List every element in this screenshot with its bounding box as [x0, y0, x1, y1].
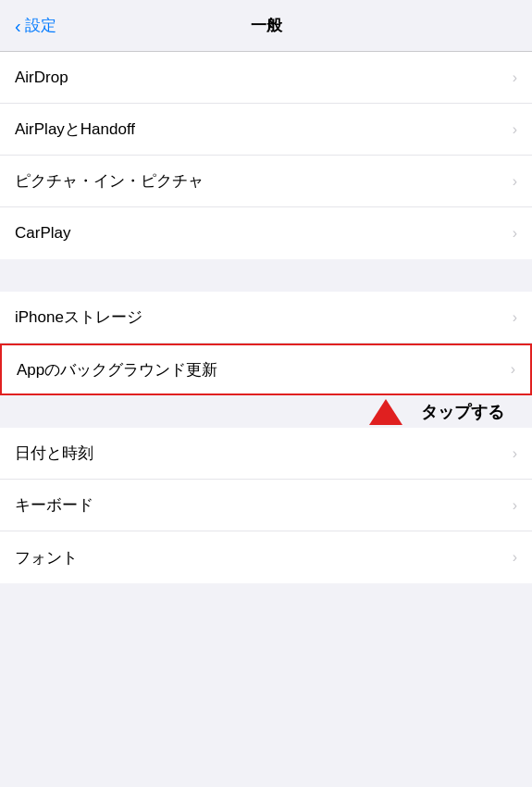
settings-group-3: 日付と時刻 › キーボード › フォント › — [0, 428, 532, 583]
carplay-chevron-icon: › — [513, 225, 517, 242]
settings-item-iphone-storage[interactable]: iPhoneストレージ › — [0, 292, 532, 344]
page-title: 一般 — [251, 15, 282, 36]
settings-item-date-time[interactable]: 日付と時刻 › — [0, 428, 532, 480]
keyboard-chevron-icon: › — [513, 497, 517, 514]
settings-item-airdrop[interactable]: AirDrop › — [0, 52, 532, 104]
settings-item-carplay[interactable]: CarPlay › — [0, 207, 532, 259]
picture-in-picture-chevron-icon: › — [513, 173, 517, 190]
settings-group-2: iPhoneストレージ › Appのバックグラウンド更新 › — [0, 292, 532, 395]
settings-item-picture-in-picture[interactable]: ピクチャ・イン・ピクチャ › — [0, 156, 532, 207]
arrow-up-icon — [369, 399, 402, 425]
annotation-text: タップする — [421, 401, 504, 423]
settings-item-keyboard[interactable]: キーボード › — [0, 480, 532, 531]
airdrop-chevron-icon: › — [513, 69, 517, 86]
annotation-container: タップする — [0, 395, 532, 428]
settings-item-app-background-refresh[interactable]: Appのバックグラウンド更新 › — [0, 344, 532, 395]
iphone-storage-chevron-icon: › — [513, 309, 517, 326]
carplay-label: CarPlay — [15, 224, 70, 243]
airplay-handoff-label: AirPlayとHandoff — [15, 119, 135, 140]
navigation-bar: ‹ 設定 一般 — [0, 0, 532, 52]
settings-group-1: AirDrop › AirPlayとHandoff › ピクチャ・イン・ピクチャ… — [0, 52, 532, 259]
app-background-refresh-chevron-icon: › — [511, 361, 515, 378]
settings-item-fonts[interactable]: フォント › — [0, 531, 532, 583]
airplay-handoff-chevron-icon: › — [513, 121, 517, 138]
date-time-chevron-icon: › — [513, 445, 517, 462]
picture-in-picture-label: ピクチャ・イン・ピクチャ — [15, 170, 204, 192]
tap-arrow — [369, 395, 402, 425]
settings-item-airplay-handoff[interactable]: AirPlayとHandoff › — [0, 104, 532, 156]
fonts-label: フォント — [15, 547, 78, 568]
airdrop-label: AirDrop — [15, 69, 68, 87]
keyboard-label: キーボード — [15, 494, 93, 516]
iphone-storage-label: iPhoneストレージ — [15, 306, 142, 328]
back-button[interactable]: ‹ 設定 — [15, 15, 56, 36]
back-label: 設定 — [25, 15, 56, 36]
app-background-refresh-label: Appのバックグラウンド更新 — [17, 359, 217, 381]
group-divider-1 — [0, 259, 532, 292]
fonts-chevron-icon: › — [513, 549, 517, 566]
date-time-label: 日付と時刻 — [15, 443, 93, 464]
back-chevron-icon: ‹ — [15, 17, 21, 35]
